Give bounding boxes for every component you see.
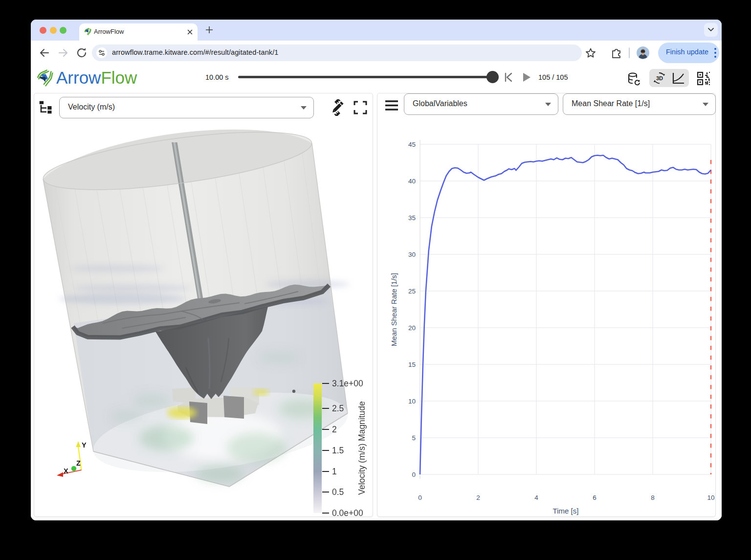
svg-text:3D: 3D [656,75,663,81]
svg-text:Y: Y [82,441,87,449]
svg-text:Time [s]: Time [s] [553,507,579,515]
svg-text:10: 10 [408,398,416,405]
svg-text:45: 45 [408,141,416,148]
svg-text:20: 20 [408,324,416,332]
svg-text:1.5: 1.5 [332,446,344,455]
svg-text:10: 10 [707,494,714,501]
svg-text:30: 30 [408,251,416,258]
svg-text:0.5: 0.5 [332,487,344,497]
svg-text:6: 6 [593,494,596,501]
svg-text:4: 4 [534,494,538,501]
svg-text:15: 15 [408,361,416,368]
svg-text:2: 2 [476,494,480,501]
svg-text:X: X [64,467,68,475]
svg-text:0.0e+00: 0.0e+00 [332,508,363,516]
svg-text:2.5: 2.5 [332,403,344,413]
svg-text:40: 40 [408,178,416,185]
svg-text:3.1e+00: 3.1e+00 [332,379,363,388]
svg-text:0: 0 [412,471,416,478]
svg-text:5: 5 [412,434,416,442]
svg-text:Velocity (m/s) Magnitude: Velocity (m/s) Magnitude [357,401,367,495]
svg-text:0: 0 [418,494,422,501]
svg-text:Mean Shear Rate [1/s]: Mean Shear Rate [1/s] [390,273,398,346]
svg-text:8: 8 [651,494,655,501]
svg-text:2: 2 [332,425,337,434]
svg-text:35: 35 [408,214,416,222]
svg-text:Z: Z [76,459,81,467]
svg-text:1: 1 [332,467,337,476]
svg-text:25: 25 [408,288,416,295]
